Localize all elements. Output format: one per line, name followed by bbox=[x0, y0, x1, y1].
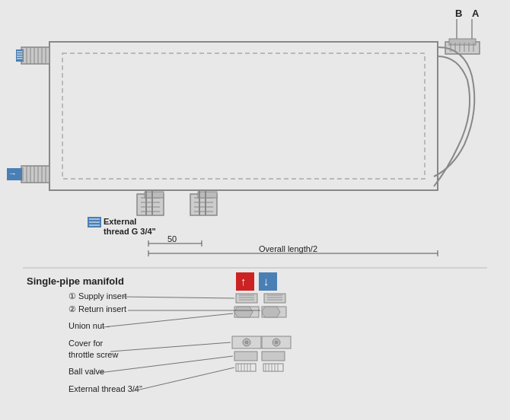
svg-rect-51 bbox=[198, 192, 217, 198]
svg-rect-89 bbox=[234, 307, 259, 317]
svg-text:50: 50 bbox=[167, 234, 177, 243]
svg-text:A: A bbox=[472, 8, 480, 19]
svg-marker-91 bbox=[234, 307, 253, 317]
svg-text:Cover for: Cover for bbox=[69, 339, 104, 348]
svg-text:↓: ↓ bbox=[263, 275, 269, 288]
svg-rect-43 bbox=[145, 192, 164, 198]
svg-rect-6 bbox=[449, 39, 476, 45]
svg-text:External thread 3/4": External thread 3/4" bbox=[69, 384, 142, 393]
svg-text:Overall length/2: Overall length/2 bbox=[259, 244, 317, 253]
svg-rect-15 bbox=[21, 47, 49, 64]
svg-text:B: B bbox=[455, 8, 462, 19]
svg-rect-13 bbox=[49, 42, 438, 190]
svg-line-115 bbox=[103, 313, 233, 327]
svg-text:↑: ↑ bbox=[241, 275, 247, 288]
svg-text:② Return insert: ② Return insert bbox=[69, 304, 126, 313]
svg-rect-5 bbox=[445, 42, 480, 54]
svg-text:thread G 3/4": thread G 3/4" bbox=[104, 227, 156, 236]
svg-rect-14 bbox=[62, 53, 425, 179]
svg-point-97 bbox=[273, 339, 280, 346]
svg-rect-38 bbox=[137, 194, 164, 215]
svg-line-117 bbox=[99, 356, 233, 373]
svg-rect-90 bbox=[262, 307, 286, 317]
svg-rect-81 bbox=[236, 294, 257, 303]
svg-point-98 bbox=[275, 341, 278, 344]
svg-rect-70 bbox=[236, 272, 254, 291]
svg-marker-92 bbox=[262, 307, 280, 317]
svg-rect-54 bbox=[88, 217, 101, 228]
svg-text:→: → bbox=[8, 169, 17, 178]
svg-rect-29 bbox=[7, 168, 22, 180]
svg-line-118 bbox=[133, 368, 234, 391]
svg-text:Single-pipe manifold: Single-pipe manifold bbox=[27, 275, 124, 287]
svg-rect-72 bbox=[259, 272, 277, 291]
svg-point-94 bbox=[243, 339, 250, 346]
svg-text:External: External bbox=[104, 217, 136, 226]
svg-text:① Supply insert: ① Supply insert bbox=[69, 291, 127, 301]
svg-rect-46 bbox=[190, 194, 217, 215]
svg-rect-101 bbox=[236, 364, 256, 371]
svg-rect-99 bbox=[234, 352, 257, 361]
svg-rect-96 bbox=[262, 336, 291, 348]
svg-rect-0 bbox=[0, 0, 510, 420]
svg-text:Union nut -: Union nut - bbox=[69, 321, 110, 330]
svg-text:throttle screw: throttle screw bbox=[69, 350, 118, 359]
svg-point-95 bbox=[245, 341, 248, 344]
svg-rect-28 bbox=[21, 166, 49, 183]
svg-rect-100 bbox=[262, 352, 285, 361]
svg-rect-93 bbox=[232, 336, 261, 348]
svg-line-116 bbox=[110, 342, 231, 352]
svg-rect-16 bbox=[16, 49, 24, 62]
svg-rect-107 bbox=[263, 364, 283, 371]
svg-text:Ball valve: Ball valve bbox=[69, 367, 104, 376]
main-container: B A bbox=[0, 0, 510, 420]
svg-line-113 bbox=[123, 297, 234, 298]
svg-rect-85 bbox=[264, 294, 285, 303]
